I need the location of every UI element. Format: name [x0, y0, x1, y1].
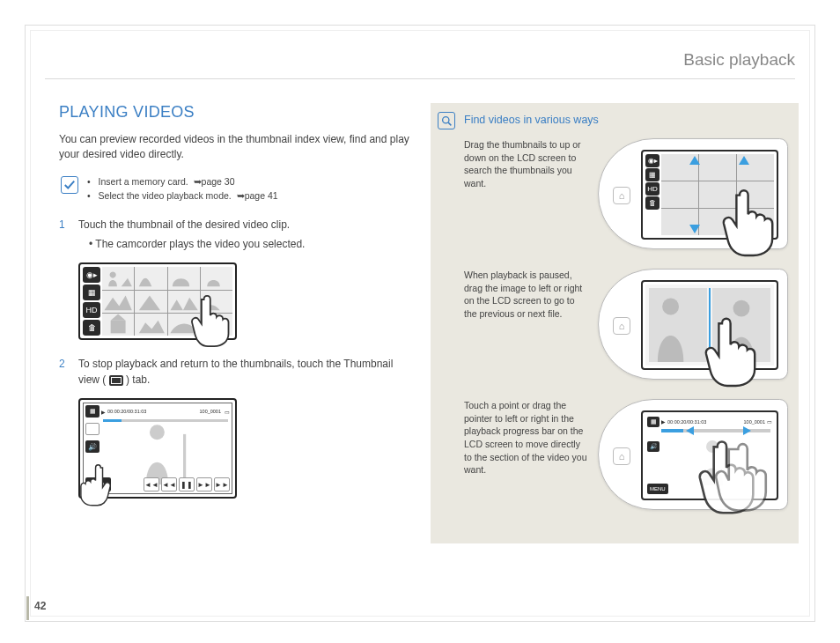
hand-touch-icon [71, 452, 122, 509]
thumb-cell [135, 314, 166, 336]
svg-point-6 [662, 299, 679, 315]
playback-time: 00:00:20/00:31:03 [667, 419, 706, 425]
step-bullet: The camcorder plays the video you select… [89, 236, 416, 252]
step-1: 1 Touch the thumbnail of the desired vid… [59, 217, 416, 252]
step-number: 1 [59, 217, 70, 252]
prev-button: ◄◄ [144, 477, 159, 491]
prereq-item: Select the video playback mode. ➥page 41 [87, 189, 278, 203]
info-panel-title: Find videos in various ways [464, 114, 788, 126]
step-text: Touch the thumbnail of the desired video… [78, 218, 290, 231]
thumb-cell [135, 267, 166, 289]
playback-file: 100_0001 [200, 409, 221, 414]
right-column: Find videos in various ways Drag the thu… [431, 103, 799, 543]
thumb-cell [102, 291, 134, 313]
pause-button: ❚❚ [179, 477, 195, 491]
arrow-up-icon [739, 156, 749, 165]
playback-top-bar: ▦ ▶ 00:00:20/00:31:03 100_0001 ▭ [647, 417, 772, 427]
thumbnails-icon: ▦ [83, 285, 100, 300]
arrow-up-icon [689, 156, 700, 165]
rew-button: ◄◄ [161, 477, 177, 491]
thumbnail-tab-icon: ▦ [647, 417, 659, 427]
playback-file: 100_0001 [744, 419, 765, 425]
step-number: 2 [59, 356, 70, 388]
hd-icon: HD [83, 302, 100, 318]
prereq-text: Select the video playback mode. [99, 190, 232, 201]
prereq-item: Insert a memory card. ➥page 30 [87, 175, 278, 189]
prerequisite-list: Insert a memory card. ➥page 30 Select th… [87, 175, 278, 203]
magnifier-icon [438, 112, 455, 129]
device-illustration: ⌂ [598, 269, 788, 380]
prerequisite-note: Insert a memory card. ➥page 30 Select th… [59, 175, 416, 203]
info-row-3: Touch a point or drag the pointer to lef… [464, 399, 788, 510]
info-row-2: When playback is paused, drag the image … [464, 269, 788, 380]
left-column: PLAYING VIDEOS You can preview recorded … [59, 103, 416, 499]
volume-icon: 🔊 [647, 441, 659, 452]
page-ref: page 30 [202, 176, 235, 187]
trash-icon: 🗑 [83, 320, 100, 336]
svg-point-4 [442, 116, 448, 122]
intro-text: You can preview recorded videos in the t… [59, 132, 416, 163]
thumbnail-tab-icon: ▦ [85, 405, 99, 418]
step-2: 2 To stop playback and return to the thu… [59, 356, 416, 388]
arrow-down-icon [689, 225, 700, 233]
hand-drag-icon [708, 176, 792, 261]
ffwd-button: ►► [196, 477, 212, 491]
trash-icon: 🗑 [645, 196, 659, 210]
info-text: When playback is paused, drag the image … [464, 269, 589, 321]
section-header: Basic playback [683, 50, 795, 70]
play-indicator-icon: ▶ [101, 409, 106, 415]
video-mode-icon: ◉▸ [645, 154, 659, 167]
hand-touch-icon [177, 284, 240, 347]
home-button-icon: ⌂ [613, 187, 630, 204]
info-text: Touch a point or drag the pointer to lef… [464, 399, 589, 477]
thumbnails-icon: ▦ [645, 168, 659, 181]
page-ref: page 41 [245, 190, 278, 201]
info-text: Drag the thumbnails to up or down on the… [464, 138, 589, 190]
page-number: 42 [34, 600, 46, 612]
lcd-sidebar: ◉▸ ▦ HD 🗑 [83, 267, 100, 336]
device-illustration: ⌂ ▦ ▶ 00:00:20/00:31:03 100_0001 ▭ [598, 399, 788, 510]
svg-line-5 [448, 122, 451, 125]
thumb-cell [102, 267, 134, 289]
prereq-text: Insert a memory card. [99, 176, 188, 187]
page-heading: PLAYING VIDEOS [59, 103, 416, 122]
check-icon [61, 176, 78, 194]
thumb-cell [135, 291, 166, 313]
svg-point-2 [150, 425, 165, 440]
thumb-cell [102, 314, 134, 336]
header-rule [45, 78, 795, 79]
next-button: ►► [214, 477, 230, 491]
home-button-icon: ⌂ [613, 317, 630, 335]
svg-rect-0 [111, 321, 126, 334]
hd-icon: HD [645, 182, 659, 196]
info-row-1: Drag the thumbnails to up or down on the… [464, 138, 788, 249]
hand-swipe-icon [690, 305, 775, 393]
thumbnail-view-icon [109, 375, 123, 386]
hand-drag-icon [685, 431, 782, 523]
memory-icon: ▭ [225, 409, 230, 415]
play-indicator-icon: ▶ [661, 419, 666, 425]
device-illustration: ⌂ ◉▸ ▦ HD 🗑 [598, 138, 788, 249]
memory-icon: ▭ [767, 419, 772, 425]
home-button-icon: ⌂ [613, 447, 630, 465]
volume-icon: 🔊 [85, 440, 99, 453]
share-icon [85, 423, 99, 435]
figure-playback-screen: ▦ ▶ 00:00:20/00:31:03 100_0001 ▭ 🔊 [78, 398, 237, 499]
playback-top-bar: ▦ ▶ 00:00:20/00:31:03 100_0001 ▭ [85, 405, 230, 418]
step-text-after: ) tab. [126, 373, 150, 386]
manual-page: Basic playback PLAYING VIDEOS You can pr… [25, 25, 815, 622]
video-mode-icon: ◉▸ [83, 267, 100, 283]
playback-time: 00:00:20/00:31:03 [107, 409, 146, 414]
info-panel: Find videos in various ways Drag the thu… [431, 103, 799, 543]
figure-thumbnail-grid: ◉▸ ▦ HD 🗑 [78, 262, 237, 340]
